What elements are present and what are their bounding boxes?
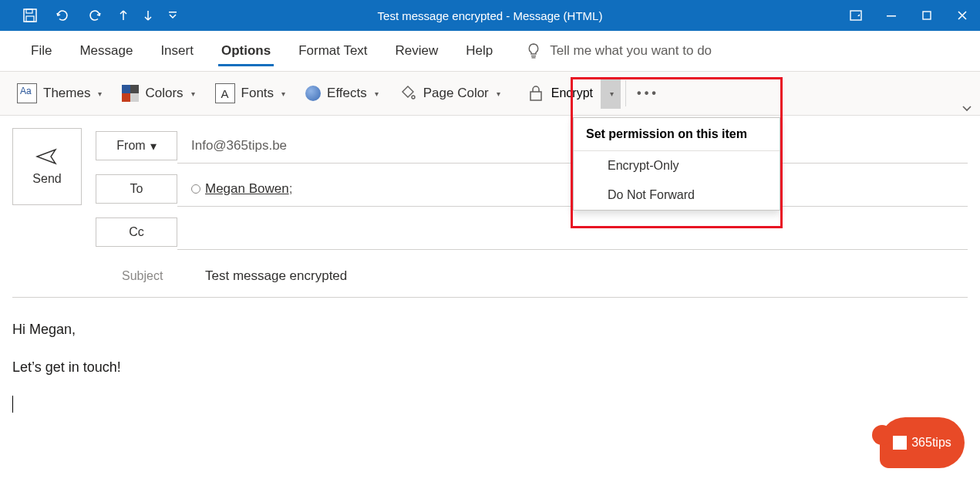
text-cursor (12, 396, 13, 413)
redo-button[interactable] (79, 0, 111, 31)
page-color-button[interactable]: Page Color ▾ (392, 78, 507, 109)
encrypt-label: Encrypt (551, 86, 593, 100)
cc-label: Cc (129, 225, 144, 239)
effects-button[interactable]: Effects ▾ (299, 78, 385, 109)
compose-pane: Send From ▾ Info@365tips.be To Megan Bow… (0, 116, 980, 416)
effects-icon (305, 86, 321, 101)
colors-button[interactable]: Colors ▾ (116, 78, 200, 109)
tell-me-label: Tell me what you want to do (550, 43, 712, 59)
tab-review[interactable]: Review (382, 31, 453, 71)
message-body[interactable]: Hi Megan, Let’s get in touch! (12, 298, 968, 416)
maximize-button[interactable] (909, 0, 945, 31)
chevron-down-icon: ▾ (98, 89, 102, 98)
minimize-button[interactable] (874, 0, 909, 31)
tab-insert[interactable]: Insert (146, 31, 207, 71)
tell-me-search[interactable]: Tell me what you want to do (527, 42, 712, 59)
menu-item-do-not-forward[interactable]: Do Not Forward (574, 180, 780, 210)
ribbon-tabs: File Message Insert Options Format Text … (0, 31, 980, 71)
chevron-down-icon: ▾ (497, 89, 500, 98)
subject-field[interactable]: Test message encrypted (191, 268, 968, 284)
tab-file[interactable]: File (17, 31, 66, 71)
encrypt-button[interactable]: Encrypt (520, 78, 601, 109)
ellipsis-icon: ••• (637, 86, 659, 100)
ribbon-divider (625, 80, 626, 106)
cc-button[interactable]: Cc (96, 217, 177, 247)
svg-rect-8 (532, 57, 536, 58)
window-controls (838, 0, 980, 31)
save-button[interactable] (14, 0, 46, 31)
svg-rect-2 (26, 16, 34, 22)
ribbon-display-options-button[interactable] (838, 0, 874, 31)
colors-label: Colors (145, 86, 183, 101)
themes-button[interactable]: Themes ▾ (11, 78, 108, 109)
chevron-down-icon: ▾ (610, 89, 614, 98)
effects-label: Effects (327, 86, 367, 101)
svg-rect-3 (169, 12, 177, 13)
cc-field[interactable] (177, 214, 968, 250)
send-button[interactable]: Send (12, 128, 82, 205)
body-line: Hi Megan, (12, 319, 968, 340)
next-item-button[interactable] (136, 0, 160, 31)
fonts-label: Fonts (241, 86, 274, 101)
tab-options[interactable]: Options (207, 31, 285, 71)
title-bar: Test message encrypted - Message (HTML) (0, 0, 980, 31)
send-icon (35, 147, 59, 166)
subject-row: Subject Test message encrypted (12, 255, 968, 298)
customize-qat-button[interactable] (160, 0, 185, 31)
colors-icon (122, 85, 139, 102)
undo-button[interactable] (46, 0, 79, 31)
to-label: To (130, 182, 143, 196)
lock-icon (528, 85, 544, 102)
fonts-icon: A (215, 83, 235, 103)
page-color-label: Page Color (423, 86, 489, 101)
chevron-down-icon: ▾ (191, 89, 195, 98)
send-label: Send (32, 172, 61, 186)
svg-rect-6 (923, 12, 931, 19)
watermark-logo: 365tips (880, 417, 965, 468)
ribbon-options: Themes ▾ Colors ▾ A Fonts ▾ Effects ▾ Pa… (0, 71, 980, 116)
subject-label: Subject (96, 269, 191, 283)
themes-label: Themes (43, 86, 90, 101)
chevron-down-icon: ▾ (150, 139, 157, 153)
collapse-ribbon-button[interactable] (961, 104, 972, 112)
watermark-text: 365tips (911, 436, 951, 450)
encrypt-dropdown-menu: Set permission on this item Encrypt-Only… (573, 117, 780, 211)
body-line: Let’s get in touch! (12, 357, 968, 378)
office-icon (893, 436, 907, 450)
from-button[interactable]: From ▾ (96, 131, 177, 160)
svg-rect-10 (530, 92, 541, 100)
encrypt-dropdown-button[interactable]: ▾ (601, 78, 621, 109)
fonts-button[interactable]: A Fonts ▾ (209, 78, 292, 109)
previous-item-button[interactable] (111, 0, 136, 31)
menu-item-encrypt-only[interactable]: Encrypt-Only (574, 151, 780, 180)
from-row: From ▾ Info@365tips.be (96, 128, 968, 164)
tab-message[interactable]: Message (66, 31, 146, 71)
svg-rect-7 (531, 56, 536, 56)
cc-row: Cc (96, 214, 968, 250)
chevron-down-icon: ▾ (281, 89, 285, 98)
presence-indicator (191, 184, 200, 194)
lightbulb-icon (527, 42, 541, 59)
more-commands-button[interactable]: ••• (631, 78, 665, 109)
quick-access-toolbar (0, 0, 185, 31)
encrypt-group: Encrypt ▾ ••• (520, 78, 665, 109)
themes-icon (17, 83, 37, 103)
tab-format-text[interactable]: Format Text (285, 31, 381, 71)
dropdown-header: Set permission on this item (574, 118, 780, 151)
svg-rect-5 (887, 15, 896, 17)
chevron-down-icon: ▾ (375, 89, 379, 98)
to-row: To Megan Bowen; (96, 171, 968, 207)
from-label: From (116, 139, 145, 153)
recipient-chip[interactable]: Megan Bowen (205, 181, 289, 197)
tab-help[interactable]: Help (452, 31, 507, 71)
page-color-icon (399, 84, 417, 103)
to-button[interactable]: To (96, 174, 177, 204)
close-button[interactable] (945, 0, 980, 31)
svg-point-9 (412, 96, 415, 99)
